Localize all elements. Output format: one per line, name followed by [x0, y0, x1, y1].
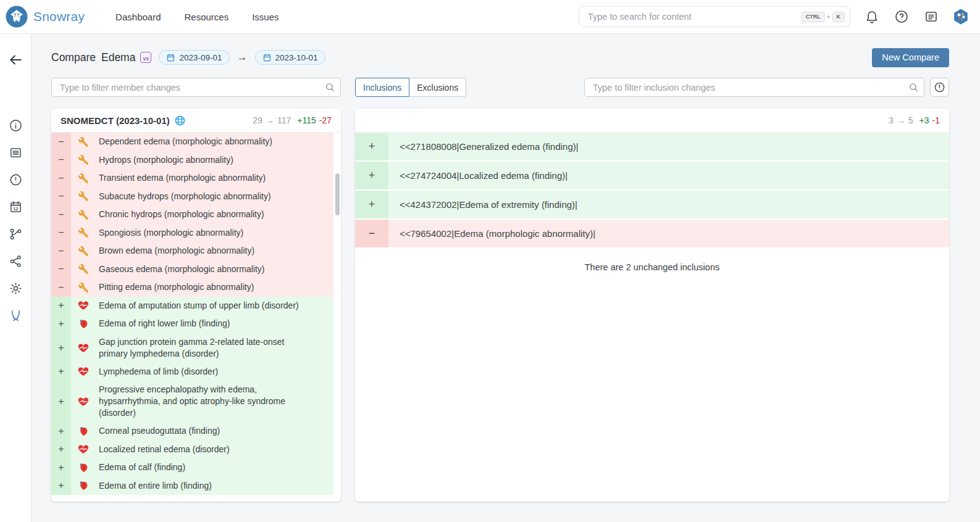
date-to-pill[interactable]: 2023-10-01 — [255, 50, 325, 65]
branch-icon — [9, 227, 23, 241]
minus-icon: − — [51, 133, 71, 151]
member-change-list: −Dependent edema (morphologic abnormalit… — [51, 133, 341, 502]
member-change-row[interactable]: +Edema of entire limb (finding) — [51, 477, 333, 495]
inclusion-change-row[interactable]: +<<271808008|Generalized edema (finding)… — [355, 133, 949, 160]
member-change-row[interactable]: +Lymphedema of limb (disorder) — [51, 363, 333, 381]
stat-removed: -1 — [932, 115, 940, 125]
nav-issues[interactable]: Issues — [252, 12, 279, 22]
member-change-label: Chronic hydrops (morphologic abnormality… — [99, 205, 264, 223]
document-icon — [9, 146, 23, 160]
sidebar-item-settings[interactable] — [4, 277, 27, 299]
top-nav: Snowray Dashboard Resources Issues CTRL … — [0, 0, 980, 34]
member-change-row[interactable]: +Edema of amputation stump of upper limb… — [51, 297, 333, 315]
member-change-row[interactable]: −Pitting edema (morphologic abnormality) — [51, 278, 333, 297]
minus-icon: − — [51, 169, 71, 188]
wrench-icon — [78, 136, 89, 147]
minus-icon: − — [51, 278, 71, 297]
back-button[interactable] — [4, 49, 27, 71]
member-change-row[interactable]: −Chronic hydrops (morphologic abnormalit… — [51, 205, 333, 224]
sidebar-item-share[interactable] — [4, 250, 27, 272]
date-from-pill[interactable]: 2023-09-01 — [159, 50, 229, 65]
inclusion-exclusion-tabs: Inclusions Exclusions — [355, 78, 466, 97]
concept-name: Edema — [101, 51, 135, 64]
inclusion-change-list: +<<271808008|Generalized edema (finding)… — [355, 133, 949, 249]
member-change-row[interactable]: +Edema of calf (finding) — [51, 458, 333, 477]
sidebar-item-branches[interactable] — [4, 223, 27, 245]
svg-text:12: 12 — [13, 206, 18, 211]
member-filter-input[interactable] — [59, 82, 325, 93]
inclusion-change-row[interactable]: +<<274724004|Localized edema (finding)| — [355, 162, 949, 189]
sidebar-item-versions[interactable]: 12 — [4, 196, 27, 218]
search-icon — [325, 82, 335, 93]
heart-pulse-icon — [78, 444, 89, 455]
sidebar-item-issues[interactable] — [4, 168, 27, 191]
member-filter — [51, 78, 341, 97]
alert-badge-icon — [9, 173, 23, 187]
anatomical-heart-icon — [78, 462, 89, 473]
member-change-label: Spongiosis (morphologic abnormality) — [99, 224, 243, 242]
inclusion-expression: <<274724004|Localized edema (finding)| — [400, 170, 567, 181]
sidebar-item-details[interactable] — [4, 141, 27, 164]
member-change-row[interactable]: −Dependent edema (morphologic abnormalit… — [51, 133, 333, 151]
member-change-row[interactable]: −Spongiosis (morphologic abnormality) — [51, 224, 333, 242]
news-button[interactable] — [923, 9, 939, 25]
tab-inclusions[interactable]: Inclusions — [355, 78, 409, 97]
inclusion-filter-input[interactable] — [592, 82, 908, 93]
inclusion-expression: <<79654002|Edema (morphologic abnormalit… — [400, 228, 595, 239]
member-rows: −Dependent edema (morphologic abnormalit… — [51, 133, 333, 495]
member-change-label: Transient edema (morphologic abnormality… — [99, 169, 266, 187]
member-change-label: Gaseous edema (morphologic abnormality) — [99, 260, 264, 278]
member-change-label: Edema of calf (finding) — [99, 458, 185, 476]
member-change-row[interactable]: +Corneal pseudoguttata (finding) — [51, 422, 333, 441]
nav-resources[interactable]: Resources — [185, 12, 229, 22]
member-change-row[interactable]: −Gaseous edema (morphologic abnormality) — [51, 260, 333, 279]
global-search-input[interactable] — [587, 11, 802, 22]
compare-icon — [9, 309, 23, 323]
plus-icon: + — [51, 315, 71, 333]
member-change-row[interactable]: −Brown edema (morphologic abnormality) — [51, 242, 333, 260]
member-change-row[interactable]: +Gap junction protein gamma 2-related la… — [51, 333, 333, 363]
member-change-row[interactable]: +Localized retinal edema (disorder) — [51, 441, 333, 459]
member-change-label: Corneal pseudoguttata (finding) — [99, 422, 220, 440]
notifications-button[interactable] — [864, 9, 880, 25]
member-change-row[interactable]: −Hydrops (morphologic abnormality) — [51, 151, 333, 170]
member-change-row[interactable]: −Transient edema (morphologic abnormalit… — [51, 169, 333, 188]
member-change-label: Edema of entire limb (finding) — [99, 477, 212, 495]
plus-icon: + — [355, 133, 388, 160]
brand[interactable]: Snowray — [5, 5, 85, 28]
inclusion-filter — [584, 78, 924, 97]
member-change-label: Lymphedema of limb (disorder) — [99, 363, 218, 381]
member-change-label: Brown edema (morphologic abnormality) — [99, 242, 254, 260]
brand-name: Snowray — [33, 9, 85, 24]
inclusion-change-row[interactable]: −<<79654002|Edema (morphologic abnormali… — [355, 220, 949, 247]
main-content: Compare Edema vs 2023-09-01 → 2023-10-0 — [31, 34, 980, 522]
plus-icon: + — [51, 381, 71, 422]
inclusion-stats: 3 → 5 +3 -1 — [889, 115, 940, 125]
member-panel-header: SNOMEDCT (2023-10-01) 29 → 117 +115 -27 — [51, 109, 341, 133]
page-title: Compare — [51, 51, 96, 64]
wrench-icon — [78, 263, 89, 275]
member-change-row[interactable]: +Edema of right lower limb (finding) — [51, 315, 333, 333]
help-button[interactable] — [894, 9, 910, 25]
inclusion-info-button[interactable] — [930, 78, 949, 97]
user-avatar[interactable] — [953, 9, 969, 25]
heart-pulse-icon — [78, 366, 89, 377]
sidebar-item-info[interactable] — [4, 114, 27, 136]
tab-exclusions[interactable]: Exclusions — [409, 78, 466, 97]
inclusion-expression: <<271808008|Generalized edema (finding)| — [400, 141, 579, 152]
nav-links: Dashboard Resources Issues — [115, 12, 279, 22]
stat-added: +3 — [919, 115, 929, 125]
inclusion-change-row[interactable]: +<<424372002|Edema of extremity (finding… — [355, 191, 949, 218]
member-change-row[interactable]: −Subacute hydrops (morphologic abnormali… — [51, 188, 333, 206]
minus-icon: − — [51, 260, 71, 279]
member-change-row[interactable]: +Progressive encephalopathy with edema, … — [51, 381, 333, 422]
anatomical-heart-icon — [78, 480, 89, 491]
gear-icon — [9, 281, 23, 296]
scrollbar-thumb[interactable] — [335, 173, 340, 215]
plus-icon: + — [355, 191, 388, 218]
new-compare-button[interactable]: New Compare — [872, 48, 949, 67]
nav-dashboard[interactable]: Dashboard — [115, 12, 161, 22]
news-icon — [924, 9, 939, 24]
wrench-icon — [78, 282, 89, 293]
sidebar-item-compare[interactable] — [4, 304, 27, 326]
